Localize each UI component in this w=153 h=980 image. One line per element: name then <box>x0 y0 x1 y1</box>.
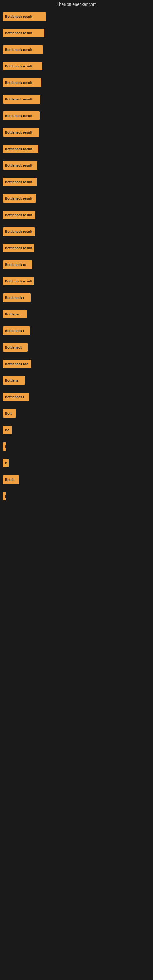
bar-gap <box>3 189 150 192</box>
bar-label: Bottleneck <box>5 345 22 349</box>
bar-row: B <box>3 456 150 470</box>
bottleneck-bar: Bottleneck result <box>3 211 35 219</box>
bar-row: Bottleneck result <box>3 59 150 73</box>
bar-label: Bottleneck result <box>5 230 32 233</box>
bar-row: Bottleneck r <box>3 324 150 337</box>
bar-gap <box>3 89 150 92</box>
bottleneck-bar: Bottleneck result <box>3 244 34 252</box>
bar-label: Bottleneck result <box>5 213 32 217</box>
bar-row: Bottleneck result <box>3 92 150 106</box>
bar-row: Bottleneck result <box>3 26 150 40</box>
bar-gap <box>3 304 150 307</box>
bar-gap <box>3 321 150 324</box>
bar-row: Bott <box>3 407 150 420</box>
bar-label: Bottle <box>5 478 14 481</box>
bottleneck-bar: Bo <box>3 426 12 434</box>
bar-row: | <box>3 489 150 503</box>
bar-gap <box>3 123 150 126</box>
bar-gap <box>3 288 150 291</box>
bar-label: | <box>5 445 6 449</box>
bar-gap <box>3 371 150 374</box>
bar-label: Bottleneck result <box>5 97 32 101</box>
bar-label: Bottleneck r <box>5 395 24 399</box>
bar-gap <box>3 354 150 357</box>
bar-row: Bottleneck res <box>3 357 150 371</box>
bar-gap <box>3 337 150 340</box>
bottleneck-bar: Bott <box>3 409 16 418</box>
bottleneck-bar: Bottlenec <box>3 310 27 318</box>
bottleneck-bar: Bottleneck <box>3 343 27 352</box>
bar-label: Bottleneck res <box>5 362 28 366</box>
bar-row: Bottlenec <box>3 307 150 321</box>
bar-row: Bottleneck result <box>3 142 150 156</box>
bottleneck-bar: Bottlene <box>3 376 25 385</box>
site-title: TheBottlenecker.com <box>0 0 153 9</box>
bar-row: Bottle <box>3 473 150 486</box>
bar-gap <box>3 205 150 208</box>
bar-row: Bottleneck result <box>3 225 150 238</box>
bar-row: Bottleneck r <box>3 390 150 404</box>
bar-row: Bottleneck result <box>3 76 150 89</box>
bar-gap <box>3 420 150 423</box>
bar-label: Bottleneck result <box>5 130 32 134</box>
bottleneck-bar: Bottleneck result <box>3 95 40 103</box>
bar-label: Bottleneck re <box>5 263 26 266</box>
bar-label: | <box>5 494 5 498</box>
bar-row: Bottleneck result <box>3 126 150 139</box>
bottleneck-bar: Bottleneck r <box>3 393 29 401</box>
bottleneck-bar: Bottleneck res <box>3 360 31 368</box>
bottleneck-bar: Bottleneck r <box>3 326 30 335</box>
bottleneck-bar: Bottleneck result <box>3 194 36 203</box>
bar-label: Bottleneck r <box>5 329 24 332</box>
bar-label: Bottleneck result <box>5 279 32 283</box>
bar-label: Bo <box>5 428 10 432</box>
bar-label: Bott <box>5 412 12 415</box>
bar-label: Bottleneck r <box>5 296 24 299</box>
bar-gap <box>3 387 150 390</box>
bottleneck-bar: | <box>3 492 5 500</box>
bar-gap <box>3 271 150 274</box>
bar-row: Bottleneck result <box>3 43 150 56</box>
bar-gap <box>3 23 150 26</box>
bar-label: Bottleneck result <box>5 147 32 151</box>
bar-label: Bottleneck result <box>5 48 32 51</box>
bottleneck-bar: Bottleneck result <box>3 178 37 186</box>
bottleneck-bar: Bottleneck result <box>3 62 42 70</box>
bar-row: Bottleneck result <box>3 159 150 172</box>
bar-gap <box>3 238 150 241</box>
bar-row: | <box>3 440 150 453</box>
bottleneck-bar: Bottleneck result <box>3 45 43 54</box>
bar-label: Bottlenec <box>5 312 20 316</box>
bar-label: B <box>5 461 7 465</box>
bar-gap <box>3 172 150 175</box>
bar-row: Bottlene <box>3 374 150 387</box>
bar-gap <box>3 40 150 43</box>
bottleneck-bar: B <box>3 459 9 467</box>
bottleneck-bar: Bottleneck result <box>3 12 46 21</box>
bar-gap <box>3 453 150 456</box>
bottleneck-bar: Bottleneck result <box>3 161 37 170</box>
bar-label: Bottleneck result <box>5 81 32 84</box>
bar-row: Bottleneck r <box>3 291 150 304</box>
bar-row: Bottleneck result <box>3 274 150 288</box>
bar-gap <box>3 56 150 59</box>
bottleneck-bar: Bottleneck result <box>3 29 45 37</box>
bottleneck-bar: Bottleneck r <box>3 293 30 302</box>
bar-label: Bottleneck result <box>5 114 32 118</box>
bar-row: Bottleneck result <box>3 192 150 205</box>
bar-gap <box>3 486 150 489</box>
bar-label: Bottleneck result <box>5 15 32 18</box>
bar-label: Bottleneck result <box>5 164 32 167</box>
bottleneck-bar: Bottleneck result <box>3 78 41 87</box>
bottleneck-bar: Bottleneck result <box>3 227 35 236</box>
bar-gap <box>3 156 150 159</box>
bottleneck-bar: Bottleneck re <box>3 260 32 269</box>
bar-gap <box>3 437 150 440</box>
bar-gap <box>3 222 150 225</box>
bar-gap <box>3 106 150 109</box>
bar-row: Bottleneck result <box>3 10 150 23</box>
bottleneck-bar: | <box>3 442 6 451</box>
bar-row: Bottleneck result <box>3 175 150 189</box>
bottleneck-bar: Bottle <box>3 475 19 484</box>
bottleneck-bar: Bottleneck result <box>3 128 39 137</box>
